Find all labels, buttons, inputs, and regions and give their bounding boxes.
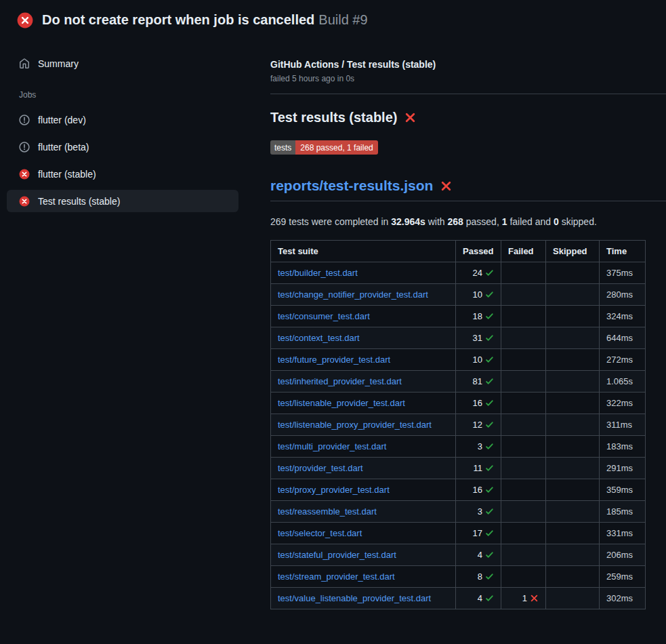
failed-cell <box>501 436 546 458</box>
summary-text: skipped. <box>559 216 597 227</box>
summary-skipped-count: 0 <box>554 216 559 227</box>
check-icon <box>485 268 494 277</box>
test-suite-link[interactable]: test/future_provider_test.dart <box>278 355 390 365</box>
job-label: flutter (stable) <box>38 169 96 180</box>
time-cell: 259ms <box>600 566 646 588</box>
failed-cell <box>501 544 546 566</box>
page-title: Do not create report when job is cancell… <box>42 12 314 27</box>
test-suite-link[interactable]: test/inherited_provider_test.dart <box>278 376 402 386</box>
build-number: Build #9 <box>318 12 367 27</box>
summary-text: failed and <box>507 216 554 227</box>
skipped-cell <box>546 284 600 306</box>
skipped-cell <box>546 523 600 544</box>
check-icon <box>485 334 494 342</box>
skipped-cell <box>546 588 600 609</box>
sidebar: Summary Jobs flutter (dev)flutter (beta)… <box>0 37 270 217</box>
time-cell: 644ms <box>600 327 646 349</box>
sidebar-job-flutter-beta[interactable]: flutter (beta) <box>7 136 238 158</box>
skipped-cell <box>546 501 600 523</box>
breadcrumb: GitHub Actions / Test results (stable) <box>270 59 666 70</box>
table-row: test/provider_test.dart11291ms <box>271 458 646 479</box>
test-suite-link[interactable]: test/consumer_test.dart <box>278 311 370 321</box>
count: 3 <box>478 441 482 451</box>
failed-cell <box>501 262 546 284</box>
time-cell: 272ms <box>600 349 646 371</box>
check-icon <box>485 485 494 494</box>
test-suite-link[interactable]: test/listenable_provider_test.dart <box>278 398 405 408</box>
test-suite-link[interactable]: test/provider_test.dart <box>278 463 363 473</box>
table-row: test/reassemble_test.dart3185ms <box>271 501 646 523</box>
failed-cell <box>501 458 546 479</box>
time-cell: 324ms <box>600 306 646 327</box>
sidebar-item-summary[interactable]: Summary <box>7 52 238 75</box>
sidebar-job-flutter-dev[interactable]: flutter (dev) <box>7 108 238 131</box>
job-label: flutter (dev) <box>38 115 86 125</box>
column-header: Failed <box>501 241 546 262</box>
summary-text: passed, <box>463 216 502 227</box>
summary-text: with <box>425 216 448 227</box>
test-suite-link[interactable]: test/listenable_proxy_provider_test.dart <box>278 420 432 430</box>
skipped-cell <box>546 327 600 349</box>
count: 10 <box>473 355 482 365</box>
status-line: failed 5 hours ago in 0s <box>270 74 666 83</box>
sidebar-job-test-results-stable[interactable]: Test results (stable) <box>7 190 238 212</box>
time-cell: 359ms <box>600 479 646 501</box>
table-row: test/context_test.dart31644ms <box>271 327 646 349</box>
count: 24 <box>473 268 482 278</box>
alert-circle-icon <box>19 142 30 153</box>
summary-line: 269 tests were completed in 32.964s with… <box>270 216 666 227</box>
passed-cell: 11 <box>456 458 501 479</box>
jobs-list: flutter (dev)flutter (beta)flutter (stab… <box>7 108 238 212</box>
section-heading: Test results (stable) <box>270 110 666 125</box>
passed-cell: 18 <box>456 306 501 327</box>
failed-cell <box>501 501 546 523</box>
passed-cell: 10 <box>456 349 501 371</box>
passed-cell: 24 <box>456 262 501 284</box>
check-icon <box>485 442 494 451</box>
time-cell: 280ms <box>600 284 646 306</box>
test-suite-link[interactable]: test/value_listenable_provider_test.dart <box>278 593 431 603</box>
results-table-body: test/builder_test.dart24375mstest/change… <box>271 262 646 609</box>
failed-cell <box>501 371 546 393</box>
skipped-cell <box>546 566 600 588</box>
test-suite-link[interactable]: test/change_notifier_provider_test.dart <box>278 289 428 300</box>
summary-duration: 32.964s <box>391 216 425 227</box>
test-suite-link[interactable]: test/stream_provider_test.dart <box>278 571 395 582</box>
count: 3 <box>478 506 482 517</box>
test-suite-link[interactable]: test/reassemble_test.dart <box>278 506 377 517</box>
x-circle-icon <box>19 196 30 207</box>
results-table: Test suitePassedFailedSkippedTime test/b… <box>270 240 646 609</box>
passed-cell: 16 <box>456 479 501 501</box>
test-suite-link[interactable]: test/context_test.dart <box>278 333 360 343</box>
passed-cell: 17 <box>456 523 501 544</box>
failed-cell <box>501 414 546 436</box>
test-suite-link[interactable]: test/stateful_provider_test.dart <box>278 550 396 560</box>
report-file-link[interactable]: reports/test-results.json <box>270 178 433 194</box>
x-circle-icon <box>19 169 30 180</box>
time-cell: 331ms <box>600 523 646 544</box>
alert-circle-icon <box>19 115 30 125</box>
check-icon <box>485 464 494 472</box>
test-suite-link[interactable]: test/builder_test.dart <box>278 268 358 278</box>
sidebar-job-flutter-stable[interactable]: flutter (stable) <box>7 163 238 185</box>
test-suite-link[interactable]: test/multi_provider_test.dart <box>278 441 386 451</box>
count: 81 <box>473 376 482 386</box>
table-row: test/change_notifier_provider_test.dart1… <box>271 284 646 306</box>
cross-mark-icon <box>440 180 452 192</box>
table-row: test/value_listenable_provider_test.dart… <box>271 588 646 609</box>
jobs-section-label: Jobs <box>7 79 238 108</box>
count: 11 <box>474 463 483 473</box>
skipped-cell <box>546 371 600 393</box>
test-suite-link[interactable]: test/proxy_provider_test.dart <box>278 485 390 495</box>
job-label: flutter (beta) <box>38 142 89 153</box>
time-cell: 375ms <box>600 262 646 284</box>
count: 8 <box>478 571 482 582</box>
summary-passed-count: 268 <box>448 216 463 227</box>
test-suite-link[interactable]: test/selector_test.dart <box>278 528 362 538</box>
time-cell: 1.065s <box>600 371 646 393</box>
table-row: test/inherited_provider_test.dart811.065… <box>271 371 646 393</box>
skipped-cell <box>546 349 600 371</box>
table-header-row: Test suitePassedFailedSkippedTime <box>271 241 646 262</box>
passed-cell: 12 <box>456 414 501 436</box>
job-label: Test results (stable) <box>38 196 120 207</box>
